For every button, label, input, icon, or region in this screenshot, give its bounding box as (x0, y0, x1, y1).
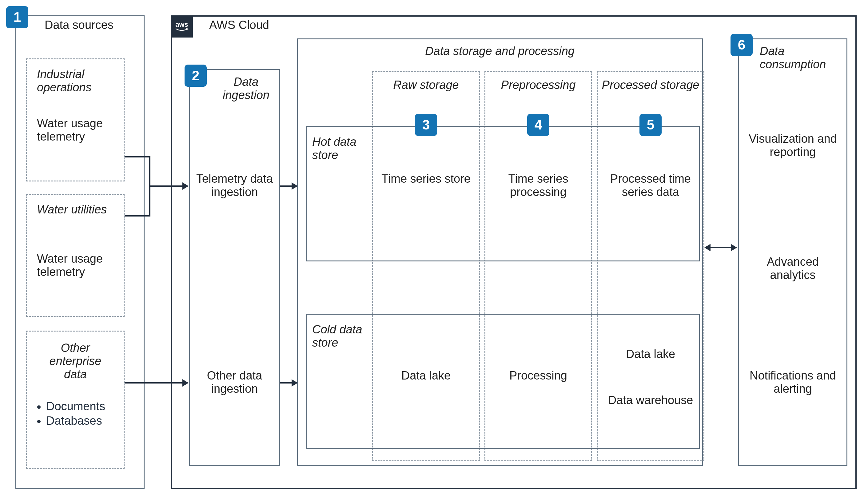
badge-4: 4 (527, 114, 549, 136)
cold-proc1-label: Data lake (603, 347, 698, 361)
aws-logo-icon: aws (171, 15, 193, 38)
badge-5: 5 (639, 114, 661, 136)
arrow-segment (125, 156, 149, 157)
arrow-segment (710, 247, 732, 248)
list-item: Documents (46, 400, 114, 413)
other-ingestion-label: Other data ingestion (194, 369, 275, 395)
badge-1: 1 (6, 6, 28, 28)
hot-proc-label: Processed time series data (603, 172, 698, 199)
data-ingestion-title: Data ingestion (215, 76, 277, 102)
arrow-head-icon (704, 244, 711, 251)
badge-2: 2 (185, 65, 207, 87)
arrow-head-icon (731, 244, 737, 251)
badge-6: 6 (731, 34, 753, 56)
storage-processing-title: Data storage and processing (297, 45, 703, 58)
data-sources-title: Data sources (45, 18, 113, 32)
list-item: Databases (46, 414, 114, 428)
arrow-segment (149, 186, 183, 187)
hot-pre-label: Time series processing (491, 172, 586, 199)
analytics-label: Advanced analytics (744, 255, 841, 282)
hot-raw-label: Time series store (378, 172, 474, 186)
water-utilities-item: Water usage telemetry (37, 252, 114, 279)
hot-data-store-title: Hot data store (312, 135, 368, 162)
preprocessing-title: Preprocessing (484, 79, 592, 92)
arrow-head-icon (291, 183, 298, 190)
arrow-segment (125, 382, 183, 384)
visualization-label: Visualization and reporting (744, 132, 841, 159)
arrow-head-icon (291, 379, 298, 387)
other-enterprise-list: Documents Databases (37, 400, 114, 429)
notifications-label: Notifications and alerting (744, 369, 841, 395)
badge-3: 3 (415, 114, 437, 136)
arrow-segment (125, 215, 149, 216)
cold-proc2-label: Data warehouse (603, 394, 698, 407)
architecture-diagram: Data sources 1 Industrial operations Wat… (0, 0, 868, 493)
raw-storage-title: Raw storage (372, 79, 480, 92)
data-consumption-panel (738, 39, 847, 466)
arrow-segment (280, 382, 292, 384)
water-utilities-title: Water utilities (37, 203, 114, 216)
aws-cloud-title: AWS Cloud (209, 18, 269, 32)
arrow-head-icon (182, 183, 189, 190)
arrow-head-icon (182, 379, 189, 387)
cold-data-store-title: Cold data store (312, 323, 368, 349)
industrial-operations-title: Industrial operations (37, 68, 114, 94)
arrow-segment (280, 186, 292, 187)
other-enterprise-title: Other enterprise data (37, 341, 114, 381)
data-consumption-title: Data consumption (760, 45, 846, 71)
cold-pre-label: Processing (491, 369, 586, 382)
industrial-operations-item: Water usage telemetry (37, 117, 114, 143)
telemetry-ingestion-label: Telemetry data ingestion (194, 172, 275, 199)
cold-raw-label: Data lake (378, 369, 474, 382)
data-ingestion-panel (189, 69, 280, 466)
processed-storage-title: Processed storage (597, 79, 704, 92)
